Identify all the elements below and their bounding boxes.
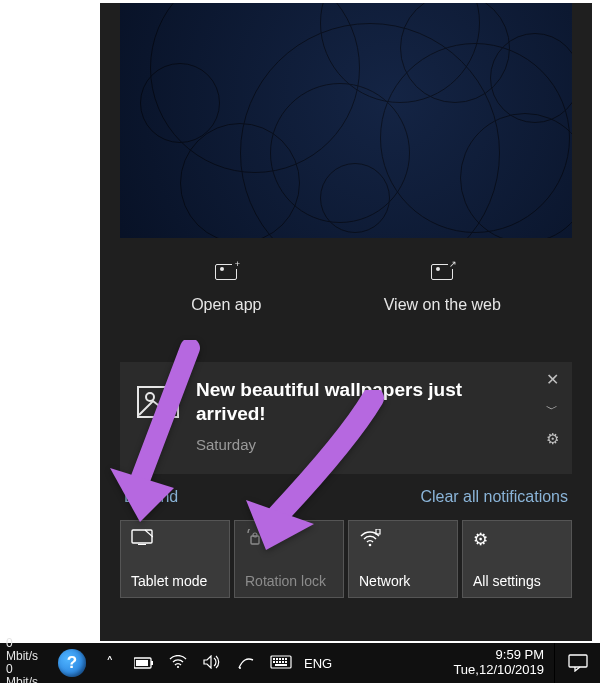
svg-rect-19 (273, 661, 275, 663)
picture-web-icon: ↗ (431, 264, 453, 280)
battery-icon[interactable] (134, 655, 154, 672)
svg-rect-18 (285, 658, 287, 660)
tile-network[interactable]: Network (348, 520, 458, 598)
get-help-icon[interactable]: ? (58, 649, 86, 677)
taskbar-clock[interactable]: 9:59 PM Tue,12/10/2019 (443, 648, 554, 678)
tile-label: Tablet mode (131, 573, 219, 589)
tile-label: Rotation lock (245, 573, 333, 589)
view-web-label: View on the web (384, 296, 501, 314)
chevron-up-icon[interactable]: ˄ (100, 654, 120, 672)
svg-rect-22 (282, 661, 284, 663)
svg-rect-16 (279, 658, 281, 660)
notification-title: New beautiful wallpapers just arrived! (196, 378, 530, 426)
chevron-down-icon[interactable]: ﹀ (542, 401, 562, 418)
svg-rect-2 (132, 530, 152, 543)
svg-rect-3 (138, 544, 146, 545)
svg-rect-23 (285, 661, 287, 663)
close-icon[interactable]: ✕ (542, 370, 562, 389)
touch-keyboard-icon[interactable] (270, 655, 290, 672)
language-indicator[interactable]: ENG (304, 656, 332, 671)
tile-all-settings[interactable]: ⚙ All settings (462, 520, 572, 598)
net-monitor: 0 Mbit/s 0 Mbit/s (0, 635, 52, 683)
svg-rect-15 (276, 658, 278, 660)
tile-tablet-mode[interactable]: Tablet mode (120, 520, 230, 598)
tile-label: Network (359, 573, 447, 589)
action-center-button[interactable] (554, 643, 600, 683)
hero-card: + Open app ↗ View on the web (120, 3, 572, 344)
gear-icon[interactable]: ⚙ (542, 430, 562, 448)
system-tray: ˄ ENG (92, 654, 340, 673)
picture-icon (134, 378, 182, 426)
notification-date: Saturday (196, 436, 530, 453)
svg-rect-5 (253, 533, 257, 537)
expand-link[interactable]: Expand (124, 488, 178, 506)
tile-label: All settings (473, 573, 561, 589)
tablet-icon (131, 529, 219, 547)
action-center-links: Expand Clear all notifications (100, 474, 592, 510)
pen-icon[interactable] (236, 654, 256, 673)
wifi-icon[interactable] (168, 655, 188, 672)
svg-rect-21 (279, 661, 281, 663)
svg-rect-14 (273, 658, 275, 660)
tile-rotation-lock[interactable]: Rotation lock (234, 520, 344, 598)
svg-point-6 (369, 544, 372, 547)
svg-rect-24 (275, 664, 287, 666)
taskbar: 0 Mbit/s 0 Mbit/s ? ˄ ENG 9:59 PM (0, 643, 600, 683)
notification-card[interactable]: New beautiful wallpapers just arrived! S… (120, 362, 572, 474)
wallpaper-preview (120, 3, 572, 238)
svg-rect-9 (151, 661, 153, 665)
svg-rect-20 (276, 661, 278, 663)
gear-icon: ⚙ (473, 529, 561, 547)
open-app-label: Open app (191, 296, 261, 314)
quick-actions: Tablet mode Rotation lock Network ⚙ All … (100, 510, 592, 598)
clear-all-link[interactable]: Clear all notifications (420, 488, 568, 506)
action-center-panel: + Open app ↗ View on the web (100, 3, 592, 641)
svg-point-11 (177, 665, 179, 667)
picture-add-icon: + (215, 264, 237, 280)
view-on-web-button[interactable]: ↗ View on the web (384, 264, 501, 314)
open-app-button[interactable]: + Open app (191, 264, 261, 314)
wifi-icon (359, 529, 447, 547)
svg-rect-17 (282, 658, 284, 660)
volume-icon[interactable] (202, 655, 222, 672)
svg-rect-25 (569, 655, 587, 667)
svg-point-12 (239, 667, 241, 669)
lock-icon (245, 529, 333, 547)
svg-rect-10 (136, 660, 148, 666)
